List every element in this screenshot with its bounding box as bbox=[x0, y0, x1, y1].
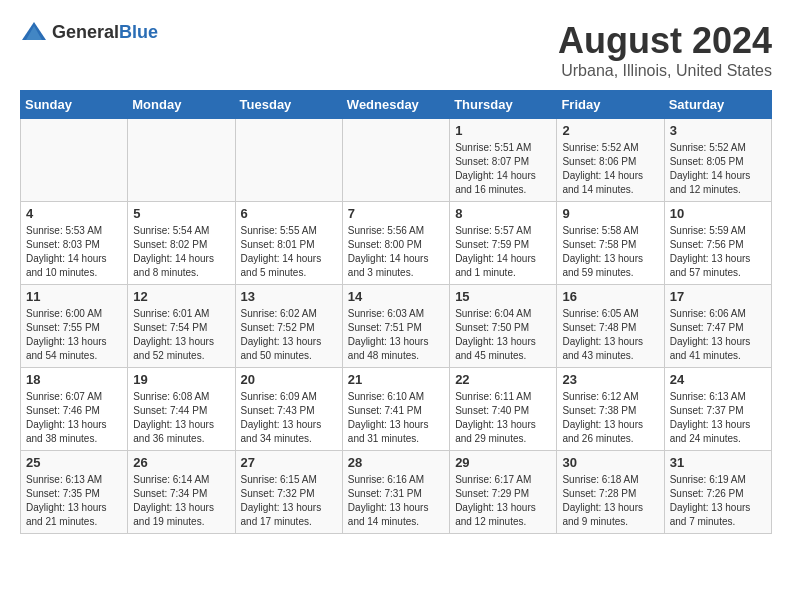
day-number: 2 bbox=[562, 123, 658, 138]
day-cell: 10Sunrise: 5:59 AMSunset: 7:56 PMDayligh… bbox=[664, 202, 771, 285]
day-cell: 26Sunrise: 6:14 AMSunset: 7:34 PMDayligh… bbox=[128, 451, 235, 534]
logo-general: General bbox=[52, 22, 119, 42]
day-number: 6 bbox=[241, 206, 337, 221]
main-title: August 2024 bbox=[558, 20, 772, 62]
day-cell: 25Sunrise: 6:13 AMSunset: 7:35 PMDayligh… bbox=[21, 451, 128, 534]
day-info: Sunrise: 5:54 AMSunset: 8:02 PMDaylight:… bbox=[133, 224, 229, 280]
day-info: Sunrise: 5:51 AMSunset: 8:07 PMDaylight:… bbox=[455, 141, 551, 197]
day-number: 28 bbox=[348, 455, 444, 470]
day-info: Sunrise: 5:57 AMSunset: 7:59 PMDaylight:… bbox=[455, 224, 551, 280]
day-cell: 11Sunrise: 6:00 AMSunset: 7:55 PMDayligh… bbox=[21, 285, 128, 368]
day-cell: 21Sunrise: 6:10 AMSunset: 7:41 PMDayligh… bbox=[342, 368, 449, 451]
day-cell: 13Sunrise: 6:02 AMSunset: 7:52 PMDayligh… bbox=[235, 285, 342, 368]
day-info: Sunrise: 6:02 AMSunset: 7:52 PMDaylight:… bbox=[241, 307, 337, 363]
day-number: 16 bbox=[562, 289, 658, 304]
day-cell: 27Sunrise: 6:15 AMSunset: 7:32 PMDayligh… bbox=[235, 451, 342, 534]
day-cell: 7Sunrise: 5:56 AMSunset: 8:00 PMDaylight… bbox=[342, 202, 449, 285]
day-info: Sunrise: 6:19 AMSunset: 7:26 PMDaylight:… bbox=[670, 473, 766, 529]
day-info: Sunrise: 6:17 AMSunset: 7:29 PMDaylight:… bbox=[455, 473, 551, 529]
day-number: 25 bbox=[26, 455, 122, 470]
day-cell: 18Sunrise: 6:07 AMSunset: 7:46 PMDayligh… bbox=[21, 368, 128, 451]
col-header-friday: Friday bbox=[557, 91, 664, 119]
col-header-tuesday: Tuesday bbox=[235, 91, 342, 119]
day-cell bbox=[128, 119, 235, 202]
day-info: Sunrise: 6:05 AMSunset: 7:48 PMDaylight:… bbox=[562, 307, 658, 363]
day-number: 7 bbox=[348, 206, 444, 221]
day-info: Sunrise: 6:04 AMSunset: 7:50 PMDaylight:… bbox=[455, 307, 551, 363]
week-row-5: 25Sunrise: 6:13 AMSunset: 7:35 PMDayligh… bbox=[21, 451, 772, 534]
day-info: Sunrise: 6:15 AMSunset: 7:32 PMDaylight:… bbox=[241, 473, 337, 529]
day-info: Sunrise: 6:18 AMSunset: 7:28 PMDaylight:… bbox=[562, 473, 658, 529]
day-cell: 31Sunrise: 6:19 AMSunset: 7:26 PMDayligh… bbox=[664, 451, 771, 534]
day-cell: 30Sunrise: 6:18 AMSunset: 7:28 PMDayligh… bbox=[557, 451, 664, 534]
day-info: Sunrise: 5:55 AMSunset: 8:01 PMDaylight:… bbox=[241, 224, 337, 280]
day-number: 18 bbox=[26, 372, 122, 387]
day-number: 14 bbox=[348, 289, 444, 304]
day-info: Sunrise: 5:53 AMSunset: 8:03 PMDaylight:… bbox=[26, 224, 122, 280]
day-info: Sunrise: 6:09 AMSunset: 7:43 PMDaylight:… bbox=[241, 390, 337, 446]
day-number: 29 bbox=[455, 455, 551, 470]
day-number: 19 bbox=[133, 372, 229, 387]
logo-icon bbox=[20, 20, 48, 44]
logo-blue: Blue bbox=[119, 22, 158, 42]
day-info: Sunrise: 6:13 AMSunset: 7:37 PMDaylight:… bbox=[670, 390, 766, 446]
day-info: Sunrise: 6:08 AMSunset: 7:44 PMDaylight:… bbox=[133, 390, 229, 446]
day-cell: 1Sunrise: 5:51 AMSunset: 8:07 PMDaylight… bbox=[450, 119, 557, 202]
day-number: 15 bbox=[455, 289, 551, 304]
day-number: 5 bbox=[133, 206, 229, 221]
day-number: 12 bbox=[133, 289, 229, 304]
day-cell: 8Sunrise: 5:57 AMSunset: 7:59 PMDaylight… bbox=[450, 202, 557, 285]
day-info: Sunrise: 5:52 AMSunset: 8:05 PMDaylight:… bbox=[670, 141, 766, 197]
day-info: Sunrise: 6:13 AMSunset: 7:35 PMDaylight:… bbox=[26, 473, 122, 529]
day-cell bbox=[21, 119, 128, 202]
day-cell: 3Sunrise: 5:52 AMSunset: 8:05 PMDaylight… bbox=[664, 119, 771, 202]
day-cell: 14Sunrise: 6:03 AMSunset: 7:51 PMDayligh… bbox=[342, 285, 449, 368]
header: GeneralBlue August 2024 Urbana, Illinois… bbox=[20, 20, 772, 80]
day-number: 8 bbox=[455, 206, 551, 221]
day-cell: 5Sunrise: 5:54 AMSunset: 8:02 PMDaylight… bbox=[128, 202, 235, 285]
day-number: 22 bbox=[455, 372, 551, 387]
day-cell: 15Sunrise: 6:04 AMSunset: 7:50 PMDayligh… bbox=[450, 285, 557, 368]
day-number: 17 bbox=[670, 289, 766, 304]
day-cell: 19Sunrise: 6:08 AMSunset: 7:44 PMDayligh… bbox=[128, 368, 235, 451]
day-info: Sunrise: 6:11 AMSunset: 7:40 PMDaylight:… bbox=[455, 390, 551, 446]
day-cell bbox=[342, 119, 449, 202]
col-header-wednesday: Wednesday bbox=[342, 91, 449, 119]
day-cell: 12Sunrise: 6:01 AMSunset: 7:54 PMDayligh… bbox=[128, 285, 235, 368]
week-row-1: 1Sunrise: 5:51 AMSunset: 8:07 PMDaylight… bbox=[21, 119, 772, 202]
day-info: Sunrise: 5:58 AMSunset: 7:58 PMDaylight:… bbox=[562, 224, 658, 280]
day-cell: 24Sunrise: 6:13 AMSunset: 7:37 PMDayligh… bbox=[664, 368, 771, 451]
day-number: 31 bbox=[670, 455, 766, 470]
day-info: Sunrise: 6:14 AMSunset: 7:34 PMDaylight:… bbox=[133, 473, 229, 529]
day-number: 11 bbox=[26, 289, 122, 304]
week-row-3: 11Sunrise: 6:00 AMSunset: 7:55 PMDayligh… bbox=[21, 285, 772, 368]
day-cell: 17Sunrise: 6:06 AMSunset: 7:47 PMDayligh… bbox=[664, 285, 771, 368]
day-info: Sunrise: 6:07 AMSunset: 7:46 PMDaylight:… bbox=[26, 390, 122, 446]
day-number: 27 bbox=[241, 455, 337, 470]
col-header-monday: Monday bbox=[128, 91, 235, 119]
day-info: Sunrise: 6:16 AMSunset: 7:31 PMDaylight:… bbox=[348, 473, 444, 529]
day-number: 30 bbox=[562, 455, 658, 470]
day-info: Sunrise: 6:00 AMSunset: 7:55 PMDaylight:… bbox=[26, 307, 122, 363]
day-number: 23 bbox=[562, 372, 658, 387]
day-cell: 29Sunrise: 6:17 AMSunset: 7:29 PMDayligh… bbox=[450, 451, 557, 534]
day-cell: 16Sunrise: 6:05 AMSunset: 7:48 PMDayligh… bbox=[557, 285, 664, 368]
week-row-2: 4Sunrise: 5:53 AMSunset: 8:03 PMDaylight… bbox=[21, 202, 772, 285]
day-cell: 28Sunrise: 6:16 AMSunset: 7:31 PMDayligh… bbox=[342, 451, 449, 534]
day-cell: 6Sunrise: 5:55 AMSunset: 8:01 PMDaylight… bbox=[235, 202, 342, 285]
day-info: Sunrise: 6:10 AMSunset: 7:41 PMDaylight:… bbox=[348, 390, 444, 446]
day-number: 21 bbox=[348, 372, 444, 387]
col-header-thursday: Thursday bbox=[450, 91, 557, 119]
day-info: Sunrise: 6:01 AMSunset: 7:54 PMDaylight:… bbox=[133, 307, 229, 363]
day-number: 1 bbox=[455, 123, 551, 138]
day-cell: 23Sunrise: 6:12 AMSunset: 7:38 PMDayligh… bbox=[557, 368, 664, 451]
day-number: 3 bbox=[670, 123, 766, 138]
day-number: 26 bbox=[133, 455, 229, 470]
day-cell: 20Sunrise: 6:09 AMSunset: 7:43 PMDayligh… bbox=[235, 368, 342, 451]
day-number: 9 bbox=[562, 206, 658, 221]
day-cell: 22Sunrise: 6:11 AMSunset: 7:40 PMDayligh… bbox=[450, 368, 557, 451]
day-info: Sunrise: 6:12 AMSunset: 7:38 PMDaylight:… bbox=[562, 390, 658, 446]
day-info: Sunrise: 6:06 AMSunset: 7:47 PMDaylight:… bbox=[670, 307, 766, 363]
week-row-4: 18Sunrise: 6:07 AMSunset: 7:46 PMDayligh… bbox=[21, 368, 772, 451]
day-cell bbox=[235, 119, 342, 202]
